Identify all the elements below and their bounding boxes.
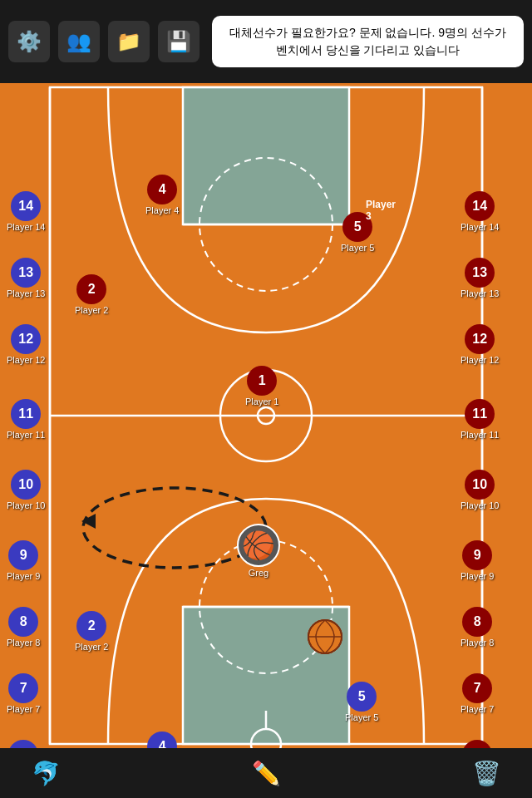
svg-point-21 xyxy=(308,620,342,653)
top-bar: ⚙️ 👥 📁 💾 대체선수가 필요한가요? 문제 없습니다. 9명의 선수가 벤… xyxy=(0,0,532,83)
bench-red-player[interactable]: 7Player 7 xyxy=(461,673,494,714)
bench-red-player[interactable]: 12Player 12 xyxy=(461,324,499,365)
svg-rect-7 xyxy=(183,87,349,224)
settings-button[interactable]: ⚙️ xyxy=(8,21,50,62)
bench-blue-player[interactable]: 14Player 14 xyxy=(7,191,45,232)
bottom-bar: 🐬 ✏️ 🗑️ xyxy=(0,748,532,798)
bench-red-player[interactable]: 8Player 8 xyxy=(461,607,494,648)
bench-blue-player[interactable]: 10Player 10 xyxy=(7,470,45,510)
svg-point-12 xyxy=(251,729,281,748)
folder-button[interactable]: 📁 xyxy=(108,21,150,62)
toolbar: ⚙️ 👥 📁 💾 xyxy=(0,17,208,66)
back-button[interactable]: 🐬 xyxy=(25,752,66,794)
on-court-player[interactable]: 2Player 2 xyxy=(75,274,108,315)
svg-point-19 xyxy=(308,620,342,653)
bench-blue-player[interactable]: 8Player 8 xyxy=(7,607,40,648)
bench-red-player[interactable]: 13Player 13 xyxy=(461,258,499,298)
player-3-top[interactable]: Player 3 xyxy=(366,195,396,225)
on-court-player[interactable]: 2Player 2 xyxy=(75,611,108,652)
message-text: 대체선수가 필요한가요? 문제 없습니다. 9명의 선수가 벤치에서 당신을 기… xyxy=(229,26,506,57)
players-button[interactable]: 👥 xyxy=(58,21,100,62)
svg-rect-4 xyxy=(183,87,349,224)
bench-red-player[interactable]: 9Player 9 xyxy=(461,540,494,581)
greg-label: Greg xyxy=(249,568,268,578)
bench-blue-player[interactable]: 13Player 13 xyxy=(7,258,45,298)
basketball-court: 14Player 1413Player 1312Player 1211Playe… xyxy=(0,83,532,748)
svg-point-3 xyxy=(258,407,274,424)
greg-avatar: 🏀 xyxy=(237,524,280,567)
svg-marker-17 xyxy=(81,514,96,529)
bench-blue-player[interactable]: 9Player 9 xyxy=(7,540,40,581)
toolbar-icons: ⚙️ 👥 📁 💾 xyxy=(8,21,200,62)
bench-blue-player[interactable]: 7Player 7 xyxy=(7,673,40,714)
bench-blue-player[interactable]: 11Player 11 xyxy=(7,399,45,440)
save-button[interactable]: 💾 xyxy=(158,21,200,62)
on-court-player[interactable]: 1Player 1 xyxy=(245,366,278,406)
bench-blue-player[interactable]: 12Player 12 xyxy=(7,324,45,365)
court-container: ⚙️ 👥 📁 💾 대체선수가 필요한가요? 문제 없습니다. 9명의 선수가 벤… xyxy=(0,0,532,798)
svg-point-5 xyxy=(200,158,332,291)
bench-red-player[interactable]: 11Player 11 xyxy=(461,399,499,440)
greg-player-token[interactable]: 🏀 Greg xyxy=(237,524,280,578)
bench-red-player[interactable]: 10Player 10 xyxy=(461,470,499,510)
edit-button[interactable]: ✏️ xyxy=(245,752,287,794)
basketball[interactable] xyxy=(308,619,342,654)
trash-button[interactable]: 🗑️ xyxy=(466,752,507,794)
on-court-player[interactable]: 4Player 4 xyxy=(145,175,179,215)
svg-rect-0 xyxy=(50,87,482,744)
bench-red-player[interactable]: 14Player 14 xyxy=(461,191,499,232)
on-court-player[interactable]: 5Player 5 xyxy=(345,682,378,722)
basketball-svg xyxy=(308,619,342,654)
message-box: 대체선수가 필요한가요? 문제 없습니다. 9명의 선수가 벤치에서 당신을 기… xyxy=(212,16,524,67)
